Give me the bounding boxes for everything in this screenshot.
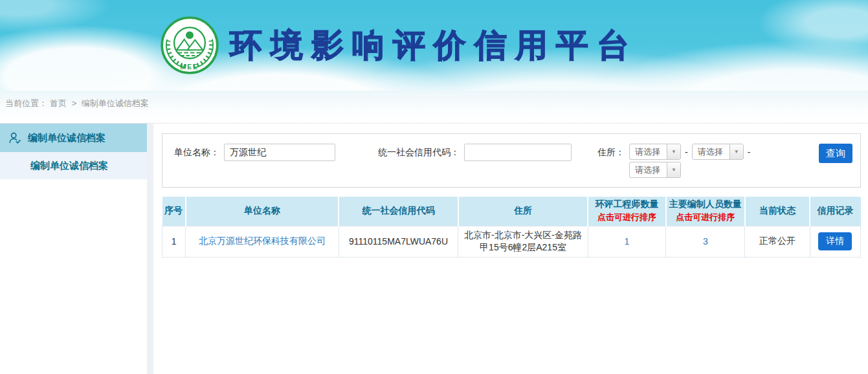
- col-engineer-count-label: 环评工程师数量: [590, 199, 663, 210]
- address-district-value: 请选择: [630, 162, 667, 177]
- engineer-count-link[interactable]: 1: [625, 236, 630, 247]
- col-address: 住所: [458, 197, 588, 226]
- cell-address: 北京市-北京市-大兴区-金苑路甲15号6幢2层A215室: [458, 226, 588, 257]
- col-company: 单位名称: [186, 197, 339, 226]
- breadcrumb-home-link[interactable]: 首页: [50, 98, 67, 108]
- mee-logo-icon: MEE: [160, 16, 219, 75]
- address-field: 住所： 请选择 ▼ - 请选择 ▼ -: [597, 144, 754, 178]
- address-label: 住所：: [597, 144, 625, 159]
- site-header: MEE 环境影响评价信用平台: [0, 0, 868, 91]
- col-engineer-count[interactable]: 环评工程师数量 点击可进行排序: [588, 197, 665, 226]
- company-name-input[interactable]: [224, 144, 335, 161]
- col-staff-count-label: 主要编制人员数量: [668, 199, 743, 210]
- chevron-down-icon[interactable]: ▼: [667, 162, 680, 177]
- chevron-down-icon[interactable]: ▼: [729, 144, 743, 159]
- staff-sort-hint[interactable]: 点击可进行排序: [668, 212, 743, 223]
- address-province-select[interactable]: 请选择 ▼: [629, 144, 681, 160]
- cell-credit-code: 91110115MA7LWUA76U: [339, 226, 458, 257]
- sidebar-item-group[interactable]: 编制单位诚信档案: [0, 124, 147, 152]
- result-table: 序号 单位名称 统一社会信用代码 住所 环评工程师数量 点击可进行排序 主要编制…: [162, 197, 861, 258]
- address-dash-2: -: [748, 147, 751, 157]
- main-area: 编制单位诚信档案 编制单位诚信档案 单位名称： 统一社会信用代码：: [0, 123, 868, 374]
- address-city-value: 请选择: [693, 144, 729, 159]
- breadcrumb-prefix: 当前位置：: [5, 98, 47, 108]
- engineer-sort-hint[interactable]: 点击可进行排序: [590, 212, 663, 223]
- col-credit-code: 统一社会信用代码: [339, 197, 458, 226]
- sidebar-item-archive[interactable]: 编制单位诚信档案: [0, 152, 147, 179]
- query-button[interactable]: 查询: [819, 144, 852, 163]
- col-status: 当前状态: [745, 197, 810, 226]
- logo-text: MEE: [181, 63, 199, 71]
- breadcrumb-separator: >: [72, 98, 77, 108]
- detail-button[interactable]: 详情: [818, 232, 852, 250]
- col-credit-record: 信用记录: [810, 197, 860, 226]
- sidebar-sub-label: 编制单位诚信档案: [30, 160, 108, 172]
- credit-code-field: 统一社会信用代码：: [378, 144, 572, 161]
- address-city-select[interactable]: 请选择 ▼: [692, 144, 744, 160]
- search-panel: 单位名称： 统一社会信用代码： 住所： 请选择 ▼: [162, 133, 861, 188]
- sidebar-divider: [147, 124, 153, 374]
- company-name-field: 单位名称：: [174, 144, 335, 161]
- credit-code-input[interactable]: [464, 144, 572, 161]
- sidebar: 编制单位诚信档案 编制单位诚信档案: [0, 124, 147, 374]
- table-row: 1 北京万源世纪环保科技有限公司 91110115MA7LWUA76U 北京市-…: [162, 226, 861, 257]
- breadcrumb: 当前位置：首页 > 编制单位诚信档案: [0, 91, 868, 123]
- company-link[interactable]: 北京万源世纪环保科技有限公司: [199, 236, 326, 246]
- table-header-row: 序号 单位名称 统一社会信用代码 住所 环评工程师数量 点击可进行排序 主要编制…: [162, 197, 861, 226]
- staff-count-link[interactable]: 3: [703, 236, 708, 247]
- col-staff-count[interactable]: 主要编制人员数量 点击可进行排序: [666, 197, 745, 226]
- cell-index: 1: [162, 226, 186, 257]
- credit-code-label: 统一社会信用代码：: [378, 147, 460, 159]
- chevron-down-icon[interactable]: ▼: [667, 144, 680, 159]
- address-dash-1: -: [685, 147, 688, 157]
- address-district-select[interactable]: 请选择 ▼: [629, 162, 681, 178]
- company-name-label: 单位名称：: [174, 147, 219, 159]
- col-index: 序号: [162, 197, 186, 226]
- address-province-value: 请选择: [630, 144, 667, 159]
- breadcrumb-current: 编制单位诚信档案: [82, 98, 149, 108]
- content: 单位名称： 统一社会信用代码： 住所： 请选择 ▼: [153, 124, 868, 374]
- user-check-icon: [8, 131, 22, 145]
- site-title: 环境影响评价信用平台: [230, 24, 638, 67]
- page: MEE 环境影响评价信用平台 当前位置：首页 > 编制单位诚信档案 编制单位诚信…: [0, 0, 868, 374]
- sidebar-group-label: 编制单位诚信档案: [28, 132, 106, 144]
- cell-status: 正常公开: [745, 226, 810, 257]
